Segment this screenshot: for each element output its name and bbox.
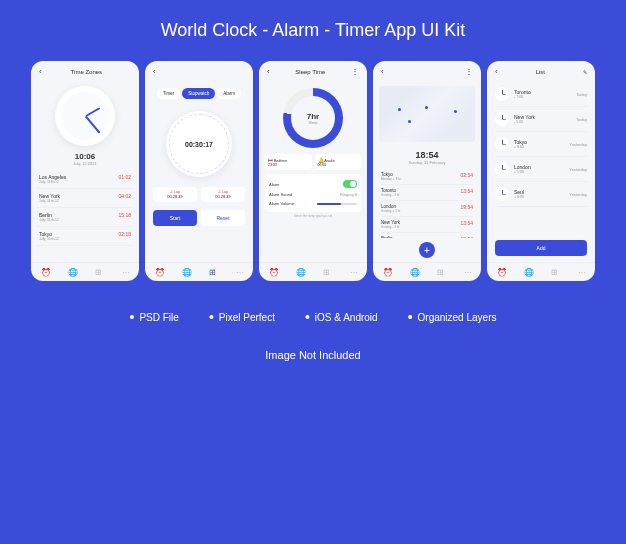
volume-label: Alarm Volume bbox=[269, 201, 294, 206]
world-city-row[interactable]: TokyoMonday, + 8 hr02:54 bbox=[381, 169, 473, 185]
volume-slider[interactable] bbox=[317, 203, 357, 205]
map-pin bbox=[408, 120, 411, 123]
city-row[interactable]: Los AngelesJuly, 11th-1201:02 bbox=[37, 170, 133, 189]
button-row: Start Reset bbox=[145, 206, 253, 230]
list-day: Yesterday bbox=[569, 142, 587, 147]
city-detail: Sunday, - 5 hr bbox=[381, 193, 400, 197]
back-icon[interactable]: ‹ bbox=[267, 67, 270, 76]
list-offset: - 7:00 bbox=[514, 95, 571, 99]
nav-more-icon[interactable]: ⋯ bbox=[236, 268, 244, 276]
nav-alarm-icon[interactable]: ⏰ bbox=[41, 268, 49, 276]
nav-more-icon[interactable]: ⋯ bbox=[122, 268, 130, 276]
nav-timer-icon[interactable]: ⊞ bbox=[95, 268, 103, 276]
city-date: July, 11th-12 bbox=[39, 218, 59, 222]
list-container: Toronto- 7:00Today New York- 5:00Today T… bbox=[487, 82, 595, 234]
list-day: Yesterday bbox=[569, 167, 587, 172]
bottom-nav: ⏰ 🌐 ⊞ ⋯ bbox=[259, 262, 367, 281]
feature-item: PSD File bbox=[130, 309, 179, 325]
list-item[interactable]: Toronto- 7:00Today bbox=[495, 82, 587, 107]
bedtime-card[interactable]: 🛏 Bedtime23:00 bbox=[265, 154, 312, 170]
more-icon[interactable]: ⋮ bbox=[465, 67, 473, 76]
nav-timer-icon[interactable]: ⊞ bbox=[209, 268, 217, 276]
list-offset: - 5:00 bbox=[514, 120, 571, 124]
current-time: 10:06 bbox=[31, 152, 139, 161]
city-row[interactable]: TokyoJuly, 11th-1202:18 bbox=[37, 227, 133, 246]
main-date: Sunday, 11 February bbox=[373, 160, 481, 165]
back-icon[interactable]: ‹ bbox=[381, 67, 384, 76]
nav-more-icon[interactable]: ⋯ bbox=[578, 268, 586, 276]
screen-stopwatch: ‹ Timer Stopwatch Alarm 00:30:17 1. Lap0… bbox=[145, 61, 253, 281]
screen-title: List bbox=[536, 69, 545, 75]
world-city-row[interactable]: TorontoSunday, - 5 hr13:54 bbox=[381, 185, 473, 201]
edit-icon[interactable]: ✎ bbox=[583, 69, 587, 75]
mini-clock-icon bbox=[495, 187, 509, 201]
nav-alarm-icon[interactable]: ⏰ bbox=[383, 268, 391, 276]
tabs: Timer Stopwatch Alarm bbox=[145, 82, 253, 105]
bottom-nav: ⏰ 🌐 ⊞ ⋯ bbox=[487, 262, 595, 281]
list-offset: + 8:00 bbox=[514, 195, 564, 199]
screen-title: Time Zones bbox=[71, 69, 102, 75]
awake-time: 06:00 bbox=[318, 163, 359, 167]
lap-item[interactable]: 2. Lap00.28.39 bbox=[201, 187, 245, 202]
nav-alarm-icon[interactable]: ⏰ bbox=[155, 268, 163, 276]
lap-time: 00.28.39 bbox=[156, 194, 194, 199]
mini-clock-icon bbox=[495, 112, 509, 126]
sound-label: Alarm Sound bbox=[269, 192, 292, 197]
sound-value[interactable]: Ringing 8 bbox=[340, 192, 357, 197]
nav-clock-icon[interactable]: 🌐 bbox=[182, 268, 190, 276]
city-time: 19:54 bbox=[460, 204, 473, 213]
sleep-cards: 🛏 Bedtime23:00 🔔 Awake06:00 bbox=[259, 154, 367, 170]
city-row[interactable]: New YorkJuly, 11th-1204:02 bbox=[37, 189, 133, 208]
nav-timer-icon[interactable]: ⊞ bbox=[437, 268, 445, 276]
lap-item[interactable]: 1. Lap00.28.39 bbox=[153, 187, 197, 202]
nav-clock-icon[interactable]: 🌐 bbox=[296, 268, 304, 276]
list-item[interactable]: Tokyo+ 8:00Yesterday bbox=[495, 132, 587, 157]
city-time: 02:18 bbox=[118, 231, 131, 241]
sleep-ring[interactable]: 7hr Sleep bbox=[283, 88, 343, 148]
back-icon[interactable]: ‹ bbox=[495, 67, 498, 76]
add-fab[interactable]: + bbox=[419, 242, 435, 258]
add-button[interactable]: Add bbox=[495, 240, 587, 256]
start-button[interactable]: Start bbox=[153, 210, 197, 226]
world-map[interactable] bbox=[379, 86, 475, 142]
screen-timezones: ‹ Time Zones 10:06 July, 12.2021 Los Ang… bbox=[31, 61, 139, 281]
city-time: 13:54 bbox=[460, 188, 473, 197]
nav-clock-icon[interactable]: 🌐 bbox=[410, 268, 418, 276]
list-item[interactable]: New York- 5:00Today bbox=[495, 107, 587, 132]
tab-alarm[interactable]: Alarm bbox=[217, 88, 241, 99]
tab-stopwatch[interactable]: Stopwatch bbox=[182, 88, 215, 99]
awake-card[interactable]: 🔔 Awake06:00 bbox=[315, 154, 362, 170]
city-row[interactable]: BerlinJuly, 11th-1215:18 bbox=[37, 208, 133, 227]
world-city-row[interactable]: LondonSunday, + 1 hr19:54 bbox=[381, 201, 473, 217]
alarm-toggle[interactable] bbox=[343, 180, 357, 188]
list-item[interactable]: London+ 1:00Yesterday bbox=[495, 157, 587, 182]
tab-timer[interactable]: Timer bbox=[157, 88, 180, 99]
bottom-nav: ⏰ 🌐 ⊞ ⋯ bbox=[145, 262, 253, 281]
analog-clock bbox=[55, 86, 115, 146]
screen-sleep: ‹ Sleep Time ⋮ 7hr Sleep 🛏 Bedtime23:00 … bbox=[259, 61, 367, 281]
hour-hand bbox=[86, 107, 101, 117]
feature-item: iOS & Android bbox=[305, 309, 378, 325]
nav-timer-icon[interactable]: ⊞ bbox=[551, 268, 559, 276]
world-city-row[interactable]: New YorkSunday, - 5 hr13:54 bbox=[381, 217, 473, 233]
list-offset: + 8:00 bbox=[514, 145, 564, 149]
world-city-row[interactable]: BerlinSunday, + 1 hr19:54 bbox=[381, 233, 473, 238]
nav-more-icon[interactable]: ⋯ bbox=[464, 268, 472, 276]
feature-item: Organized Layers bbox=[408, 309, 497, 325]
nav-clock-icon[interactable]: 🌐 bbox=[68, 268, 76, 276]
mini-clock-icon bbox=[495, 162, 509, 176]
back-icon[interactable]: ‹ bbox=[153, 67, 156, 76]
back-icon[interactable]: ‹ bbox=[39, 67, 42, 76]
main-time: 18:54 bbox=[373, 150, 481, 160]
more-icon[interactable]: ⋮ bbox=[351, 67, 359, 76]
city-name: Berlin bbox=[381, 236, 400, 238]
screen-title: Sleep Time bbox=[295, 69, 325, 75]
nav-timer-icon[interactable]: ⊞ bbox=[323, 268, 331, 276]
nav-alarm-icon[interactable]: ⏰ bbox=[269, 268, 277, 276]
list-item[interactable]: Seul+ 8:00Yesterday bbox=[495, 182, 587, 207]
nav-more-icon[interactable]: ⋯ bbox=[350, 268, 358, 276]
nav-alarm-icon[interactable]: ⏰ bbox=[497, 268, 505, 276]
map-pin bbox=[398, 108, 401, 111]
reset-button[interactable]: Reset bbox=[201, 210, 245, 226]
nav-clock-icon[interactable]: 🌐 bbox=[524, 268, 532, 276]
